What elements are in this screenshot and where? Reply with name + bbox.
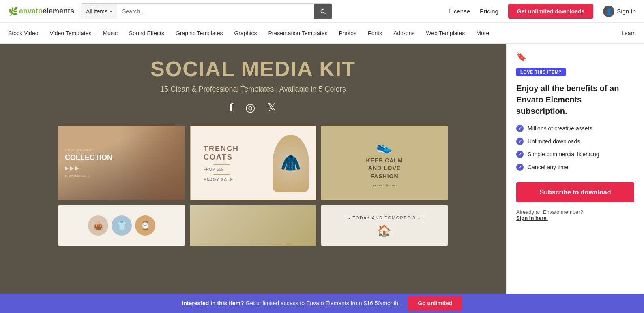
get-unlimited-button[interactable]: Get unlimited downloads	[508, 4, 593, 19]
search-button[interactable]	[314, 4, 332, 19]
header: 🌿 envato elements All items ▾ License Pr…	[0, 0, 644, 23]
chevron-down-icon: ▾	[110, 9, 112, 13]
benefit-item-3: Simple commercial licensing	[516, 151, 634, 158]
trench-title: TRENCHCOATS	[204, 145, 239, 162]
subnav-learn[interactable]: Learn	[621, 30, 636, 36]
instagram-icon: ◎	[245, 101, 255, 114]
logo-envato-text: envato	[19, 7, 43, 15]
preview-subtitle: 15 Clean & Professional Templates | Avai…	[160, 85, 346, 94]
preview-grid: NEW SEASON COLLECTION yourwebsite.com	[58, 126, 448, 246]
website-url-3: yourwebsite.com	[366, 183, 403, 187]
card-fashion-1: NEW SEASON COLLECTION yourwebsite.com	[58, 126, 185, 200]
check-icon-2	[516, 138, 524, 145]
benefit-item-1: Millions of creative assets	[516, 125, 634, 132]
already-member-text: Already an Envato member? Sign in here.	[516, 209, 634, 221]
preview-main: SOCIAL MEDIA KIT 15 Clean & Professional…	[0, 44, 506, 294]
enjoy-label: ENJOY SALE!	[204, 177, 239, 182]
keep-calm-text: KEEP CALMAND LOVEFASHION	[366, 157, 403, 181]
collection-title: COLLECTION	[65, 154, 112, 162]
subnav-presentation-templates[interactable]: Presentation Templates	[268, 30, 327, 36]
today-tomorrow-content: - TODAY AND TOMORROW - 🏠	[341, 210, 428, 241]
check-icon-1	[516, 125, 524, 132]
coat-image: 🧥	[273, 135, 309, 192]
from-label: FROM $59	[204, 167, 239, 172]
trench-text: TRENCHCOATS FROM $59 ENJOY SALE!	[197, 138, 245, 188]
subnav-web-templates[interactable]: Web Templates	[426, 30, 465, 36]
card-accessories: 👜 👕 ⌚	[58, 205, 185, 246]
sidebar-heading: Enjoy all the benefits of an Envato Elem…	[516, 83, 634, 117]
subnav-addons[interactable]: Add-ons	[393, 30, 414, 36]
logo-elements-text: elements	[43, 7, 74, 15]
trench-divider	[213, 164, 230, 165]
website-url-1: yourwebsite.com	[65, 174, 89, 177]
play-icon-3	[75, 166, 79, 170]
keep-calm-content: 👟 KEEP CALMAND LOVEFASHION yourwebsite.c…	[359, 132, 409, 194]
content-area: SOCIAL MEDIA KIT 15 Clean & Professional…	[0, 44, 506, 294]
love-badge: LOVE THIS ITEM?	[516, 68, 566, 76]
check-icon-3	[516, 151, 524, 158]
play-icon-1	[65, 166, 69, 170]
subnav-video-templates[interactable]: Video Templates	[49, 30, 91, 36]
avatar-icon: 👤	[603, 6, 614, 17]
subscribe-button[interactable]: Subscribe to download	[516, 182, 634, 202]
benefit-label-4: Cancel any time	[528, 164, 568, 170]
today-tomorrow-text: - TODAY AND TOMORROW -	[346, 214, 424, 222]
benefit-label-1: Millions of creative assets	[528, 125, 592, 132]
new-season-label: NEW SEASON	[65, 149, 95, 152]
nav-pricing[interactable]: Pricing	[480, 8, 498, 15]
facebook-icon: f	[230, 101, 233, 114]
main-layout: SOCIAL MEDIA KIT 15 Clean & Professional…	[0, 44, 644, 294]
card-gold	[190, 205, 316, 246]
today-logo-icon: 🏠	[346, 224, 424, 237]
accessory-item-1: 👜	[88, 215, 108, 236]
social-icons: f ◎ 𝕏	[230, 101, 277, 114]
search-bar: All items ▾	[81, 3, 332, 19]
clothes-background	[119, 126, 185, 200]
card-trench-coats: TRENCHCOATS FROM $59 ENJOY SALE! 🧥	[190, 126, 316, 200]
preview-title: SOCIAL MEDIA KIT	[150, 57, 356, 81]
accessory-item-3: ⌚	[135, 215, 155, 236]
sign-in-here-link[interactable]: Sign in here.	[516, 215, 548, 221]
benefit-label-2: Unlimited downloads	[528, 138, 580, 145]
subnav-music[interactable]: Music	[103, 30, 118, 36]
trench-divider-2	[213, 174, 230, 175]
check-icon-4	[516, 164, 524, 171]
subnav-stock-video[interactable]: Stock Video	[8, 30, 38, 36]
play-icon-2	[70, 166, 74, 170]
logo[interactable]: 🌿 envato elements	[8, 6, 74, 16]
benefit-label-3: Simple commercial licensing	[528, 151, 599, 158]
preview-title-gold: MEDIA KIT	[241, 57, 356, 81]
card-keep-calm: 👟 KEEP CALMAND LOVEFASHION yourwebsite.c…	[321, 126, 448, 200]
search-dropdown-label: All items	[86, 8, 107, 15]
subnav-fonts[interactable]: Fonts	[368, 30, 382, 36]
subnav-more[interactable]: More	[476, 30, 489, 36]
search-dropdown[interactable]: All items ▾	[81, 4, 117, 19]
accessories-collage: 👜 👕 ⌚	[84, 211, 159, 240]
shoe-icon: 👟	[366, 139, 403, 154]
sign-in-label: Sign In	[617, 8, 636, 15]
subnav-photos[interactable]: Photos	[339, 30, 357, 36]
search-icon	[320, 8, 326, 15]
subnav-graphics[interactable]: Graphics	[234, 30, 257, 36]
subnav-graphic-templates[interactable]: Graphic Templates	[176, 30, 223, 36]
already-member-label: Already an Envato member?	[516, 209, 583, 215]
bookmark-icon: 🔖	[516, 52, 634, 62]
twitter-icon: 𝕏	[267, 101, 277, 114]
subnav-sound-effects[interactable]: Sound Effects	[129, 30, 164, 36]
nav-license[interactable]: License	[449, 8, 470, 15]
preview-title-white: SOCIAL	[150, 57, 241, 81]
card-today-tomorrow: - TODAY AND TOMORROW - 🏠	[321, 205, 448, 246]
play-icons	[65, 166, 79, 170]
benefits-list: Millions of creative assets Unlimited do…	[516, 125, 634, 171]
sign-in-button[interactable]: 👤 Sign In	[603, 6, 636, 17]
benefit-item-4: Cancel any time	[516, 164, 634, 171]
envato-leaf-icon: 🌿	[8, 6, 18, 16]
accessory-item-2: 👕	[112, 215, 132, 236]
sub-nav: Stock Video Video Templates Music Sound …	[0, 23, 644, 44]
benefit-item-2: Unlimited downloads	[516, 138, 634, 145]
search-input[interactable]	[117, 4, 314, 19]
sidebar: 🔖 LOVE THIS ITEM? Enjoy all the benefits…	[506, 44, 644, 294]
header-nav: License Pricing Get unlimited downloads …	[449, 4, 636, 19]
